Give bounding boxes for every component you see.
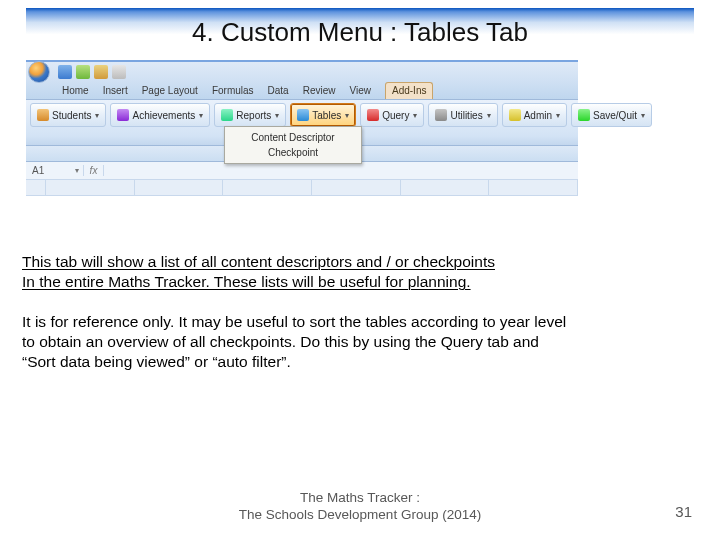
reports-icon bbox=[221, 109, 233, 121]
redo-icon[interactable] bbox=[94, 65, 108, 79]
ribbon-body: Students ▾ Achievements ▾ Reports ▾ Tabl… bbox=[26, 100, 578, 146]
tables-icon bbox=[297, 109, 309, 121]
print-icon[interactable] bbox=[112, 65, 126, 79]
footer-line-1: The Maths Tracker : bbox=[300, 490, 420, 505]
body-line: In the entire Maths Tracker. These lists… bbox=[22, 273, 471, 290]
excel-ribbon-screenshot: Home Insert Page Layout Formulas Data Re… bbox=[26, 60, 578, 196]
chevron-down-icon: ▾ bbox=[413, 111, 417, 120]
utilities-button[interactable]: Utilities ▾ bbox=[428, 103, 497, 127]
tab-add-ins[interactable]: Add-Ins bbox=[385, 82, 433, 99]
students-button[interactable]: Students ▾ bbox=[30, 103, 106, 127]
body-line: This tab will show a list of all content… bbox=[22, 253, 495, 270]
tab-page-layout[interactable]: Page Layout bbox=[142, 83, 198, 99]
ribbon-tabs: Home Insert Page Layout Formulas Data Re… bbox=[26, 82, 578, 100]
tables-dropdown: Content Descriptor Checkpoint bbox=[224, 126, 362, 164]
undo-icon[interactable] bbox=[76, 65, 90, 79]
achievements-label: Achievements bbox=[132, 110, 195, 121]
admin-button[interactable]: Admin ▾ bbox=[502, 103, 567, 127]
name-box[interactable]: A1 bbox=[26, 165, 84, 176]
dropdown-item-content-descriptor[interactable]: Content Descriptor bbox=[228, 130, 358, 145]
column-header[interactable] bbox=[135, 180, 224, 196]
students-icon bbox=[37, 109, 49, 121]
admin-icon bbox=[509, 109, 521, 121]
tab-review[interactable]: Review bbox=[303, 83, 336, 99]
body-paragraph-1: This tab will show a list of all content… bbox=[22, 252, 698, 292]
save-icon[interactable] bbox=[58, 65, 72, 79]
chevron-down-icon: ▾ bbox=[199, 111, 203, 120]
column-header[interactable] bbox=[46, 180, 135, 196]
chevron-down-icon: ▾ bbox=[275, 111, 279, 120]
query-button[interactable]: Query ▾ bbox=[360, 103, 424, 127]
column-header[interactable] bbox=[489, 180, 578, 196]
slide-title-bar: 4. Custom Menu : Tables Tab bbox=[26, 8, 694, 56]
students-label: Students bbox=[52, 110, 91, 121]
column-header[interactable] bbox=[401, 180, 490, 196]
tables-button[interactable]: Tables ▾ bbox=[290, 103, 356, 127]
body-line: It is for reference only. It may be usef… bbox=[22, 313, 566, 330]
column-header[interactable] bbox=[312, 180, 401, 196]
footer-line-2: The Schools Development Group (2014) bbox=[239, 507, 481, 522]
tables-label: Tables bbox=[312, 110, 341, 121]
body-line: “Sort data being viewed” or “auto filter… bbox=[22, 353, 291, 370]
page-number: 31 bbox=[675, 503, 692, 520]
chevron-down-icon: ▾ bbox=[556, 111, 560, 120]
dropdown-item-checkpoint[interactable]: Checkpoint bbox=[228, 145, 358, 160]
select-all-corner[interactable] bbox=[26, 180, 46, 196]
query-label: Query bbox=[382, 110, 409, 121]
footer: The Maths Tracker : The Schools Developm… bbox=[0, 490, 720, 524]
tab-view[interactable]: View bbox=[349, 83, 371, 99]
admin-label: Admin bbox=[524, 110, 552, 121]
chevron-down-icon: ▾ bbox=[641, 111, 645, 120]
query-icon bbox=[367, 109, 379, 121]
formula-bar: A1 fx bbox=[26, 162, 578, 180]
chevron-down-icon: ▾ bbox=[95, 111, 99, 120]
reports-label: Reports bbox=[236, 110, 271, 121]
utilities-label: Utilities bbox=[450, 110, 482, 121]
body-line: to obtain an overview of all checkpoints… bbox=[22, 333, 539, 350]
quick-access-toolbar bbox=[26, 62, 578, 82]
chevron-down-icon: ▾ bbox=[345, 111, 349, 120]
reports-button[interactable]: Reports ▾ bbox=[214, 103, 286, 127]
achievements-button[interactable]: Achievements ▾ bbox=[110, 103, 210, 127]
column-header[interactable] bbox=[223, 180, 312, 196]
achievements-icon bbox=[117, 109, 129, 121]
save-quit-icon bbox=[578, 109, 590, 121]
utilities-icon bbox=[435, 109, 447, 121]
chevron-down-icon: ▾ bbox=[487, 111, 491, 120]
tab-formulas[interactable]: Formulas bbox=[212, 83, 254, 99]
tab-insert[interactable]: Insert bbox=[103, 83, 128, 99]
save-quit-button[interactable]: Save/Quit ▾ bbox=[571, 103, 652, 127]
fx-icon[interactable]: fx bbox=[84, 165, 104, 176]
tab-home[interactable]: Home bbox=[62, 83, 89, 99]
office-button-icon[interactable] bbox=[28, 61, 50, 83]
slide-title: 4. Custom Menu : Tables Tab bbox=[192, 17, 528, 48]
column-headers bbox=[26, 180, 578, 196]
tab-data[interactable]: Data bbox=[268, 83, 289, 99]
body-paragraph-2: It is for reference only. It may be usef… bbox=[22, 312, 698, 371]
save-quit-label: Save/Quit bbox=[593, 110, 637, 121]
